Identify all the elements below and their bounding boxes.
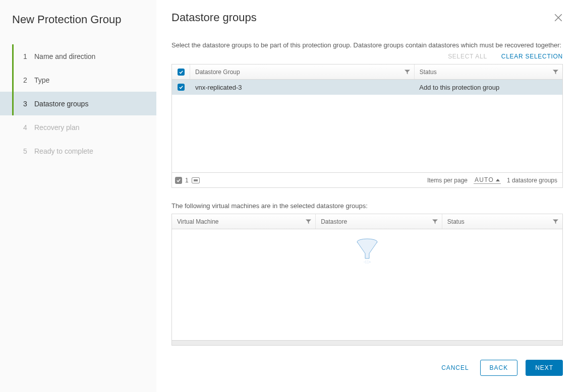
virtual-machines-table: Virtual Machine Datastore Status — [171, 214, 563, 346]
cell-status: Add to this protection group — [419, 84, 499, 91]
items-per-page-select[interactable]: AUTO — [474, 176, 501, 184]
cell-datastore-group: vnx-replicated-3 — [195, 84, 242, 91]
svg-marker-5 — [432, 219, 438, 224]
step-ready-to-complete: 5 Ready to complete — [0, 139, 156, 163]
filter-icon[interactable] — [553, 219, 558, 224]
footer-checkbox[interactable] — [175, 177, 182, 184]
step-recovery-plan: 4 Recovery plan — [0, 115, 156, 139]
step-name-and-direction[interactable]: 1 Name and direction — [0, 44, 156, 68]
svg-marker-3 — [553, 70, 558, 74]
empty-funnel-icon — [356, 238, 378, 340]
wizard-title: New Protection Group — [0, 13, 156, 38]
step-datastore-groups[interactable]: 3 Datastore groups — [0, 92, 156, 115]
page-title: Datastore groups — [171, 11, 554, 24]
filter-icon[interactable] — [306, 219, 311, 224]
vm-description: The following virtual machines are in th… — [171, 202, 563, 210]
items-per-page-label: Items per page — [427, 177, 468, 184]
table-row[interactable]: vnx-replicated-3 Add to this protection … — [172, 80, 562, 95]
row-checkbox[interactable] — [178, 84, 185, 91]
columns-icon[interactable] — [192, 177, 200, 183]
column-header-datastore[interactable]: Datastore — [321, 218, 347, 225]
filter-icon[interactable] — [553, 69, 558, 75]
select-all-link[interactable]: SELECT ALL — [448, 53, 487, 60]
filter-icon[interactable] — [404, 69, 410, 75]
clear-selection-link[interactable]: CLEAR SELECTION — [501, 53, 563, 60]
wizard-sidebar: New Protection Group 1 Name and directio… — [0, 0, 156, 392]
select-all-checkbox[interactable] — [178, 69, 185, 76]
next-button[interactable]: NEXT — [526, 360, 563, 376]
cancel-button[interactable]: CANCEL — [438, 364, 472, 371]
svg-marker-6 — [553, 219, 558, 224]
step-type[interactable]: 2 Type — [0, 68, 156, 92]
selected-count: 1 — [185, 177, 189, 184]
total-count: 1 datastore groups — [507, 177, 557, 184]
chevron-up-icon — [496, 179, 500, 181]
column-header-datastore-group[interactable]: Datastore Group — [195, 69, 240, 76]
svg-marker-4 — [306, 219, 311, 224]
svg-point-8 — [364, 261, 370, 263]
filter-icon[interactable] — [432, 219, 438, 224]
datastore-groups-table: Datastore Group Status — [171, 64, 563, 188]
column-header-status[interactable]: Status — [420, 69, 437, 76]
close-icon[interactable] — [554, 13, 563, 22]
column-header-virtual-machine[interactable]: Virtual Machine — [177, 218, 219, 225]
svg-marker-2 — [404, 70, 410, 74]
description-text: Select the datastore groups to be part o… — [171, 39, 563, 51]
column-header-status[interactable]: Status — [447, 218, 465, 225]
back-button[interactable]: BACK — [480, 360, 518, 376]
